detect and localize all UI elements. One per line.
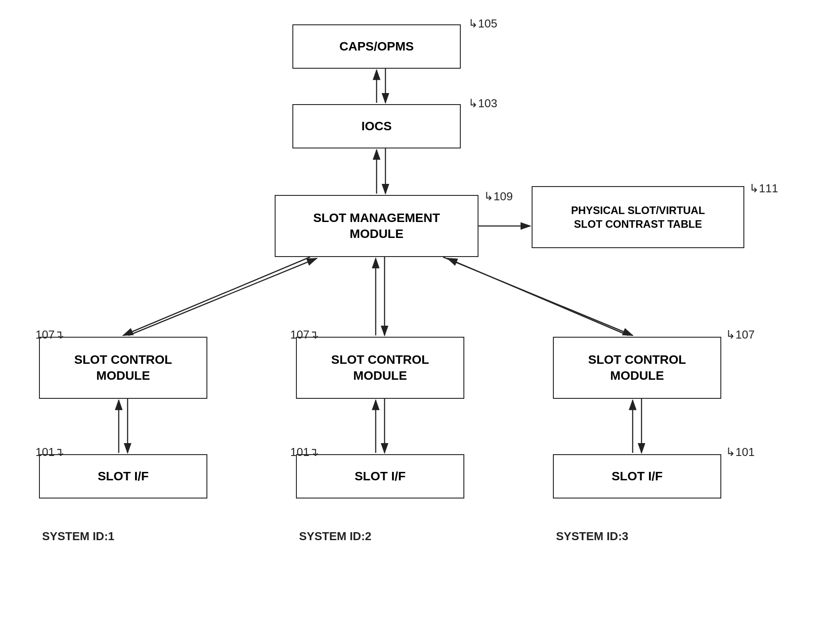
pvs-label: PHYSICAL SLOT/VIRTUAL SLOT CONTRAST TABL… (571, 203, 705, 231)
slf2-label: SLOT I/F (354, 468, 405, 484)
caps-opms-box: CAPS/OPMS (292, 24, 461, 69)
scm3-label: SLOT CONTROL MODULE (588, 352, 686, 384)
slf3-box: SLOT I/F (553, 454, 721, 498)
scm2-label: SLOT CONTROL MODULE (331, 352, 429, 384)
svg-line-12 (447, 258, 628, 335)
slf1-box: SLOT I/F (39, 454, 207, 498)
smm-label: SLOT MANAGEMENT MODULE (313, 210, 440, 242)
diagram-container: CAPS/OPMS IOCS SLOT MANAGEMENT MODULE PH… (0, 0, 840, 627)
pvs-box: PHYSICAL SLOT/VIRTUAL SLOT CONTRAST TABL… (532, 186, 744, 248)
iocs-label: IOCS (362, 118, 392, 134)
system-id-2: SYSTEM ID:2 (299, 530, 371, 543)
svg-line-7 (123, 257, 310, 335)
ref-107b: 107↴ (290, 328, 319, 342)
ref-107a: 107↴ (35, 328, 64, 342)
ref-101c: ↳101 (726, 445, 754, 459)
slf3-label: SLOT I/F (611, 468, 662, 484)
ref-107c: ↳107 (726, 328, 754, 342)
system-id-3: SYSTEM ID:3 (556, 530, 628, 543)
svg-line-8 (128, 258, 317, 335)
ref-105: ↳105 (468, 17, 497, 31)
ref-103: ↳103 (468, 97, 497, 110)
ref-101b: 101↴ (290, 445, 319, 459)
iocs-box: IOCS (292, 104, 461, 148)
smm-box: SLOT MANAGEMENT MODULE (275, 195, 478, 257)
scm2-box: SLOT CONTROL MODULE (296, 337, 464, 399)
scm1-box: SLOT CONTROL MODULE (39, 337, 207, 399)
ref-109: ↳109 (484, 190, 513, 203)
ref-111: ↳111 (749, 182, 778, 195)
scm1-label: SLOT CONTROL MODULE (74, 352, 172, 384)
system-id-1: SYSTEM ID:1 (42, 530, 114, 543)
caps-opms-label: CAPS/OPMS (339, 39, 414, 55)
scm3-box: SLOT CONTROL MODULE (553, 337, 721, 399)
slf1-label: SLOT I/F (97, 468, 148, 484)
ref-101a: 101↴ (35, 445, 64, 459)
slf2-box: SLOT I/F (296, 454, 464, 498)
arrows-svg (0, 0, 840, 627)
svg-line-11 (443, 257, 633, 335)
